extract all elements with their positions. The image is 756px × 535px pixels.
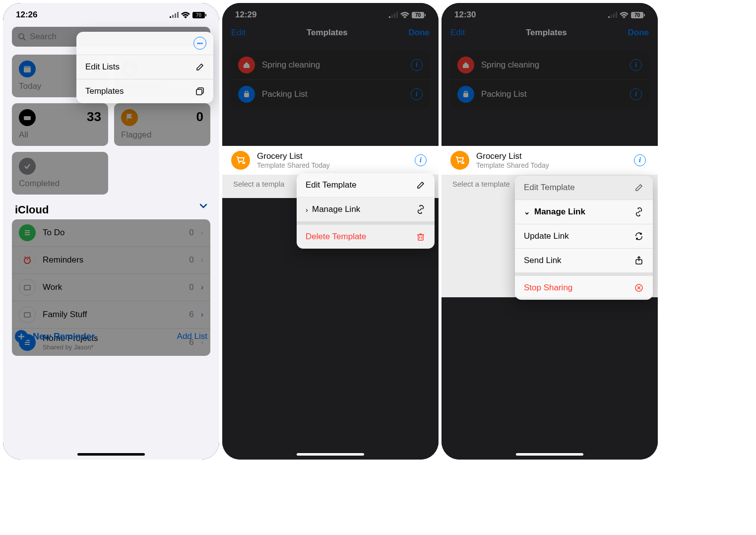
delete-template-menu-item[interactable]: Delete Template <box>297 222 435 249</box>
svg-rect-32 <box>394 13 395 18</box>
cellular-icon <box>170 12 179 18</box>
svg-line-18 <box>24 257 26 258</box>
bag-icon <box>457 86 474 103</box>
svg-rect-10 <box>24 66 31 68</box>
template-row[interactable]: Spring cleaning i <box>450 51 649 80</box>
svg-rect-2 <box>175 13 176 18</box>
phone-screenshot-1: 12:26 70 Search <box>3 3 219 460</box>
cart-cloud-icon <box>231 151 250 170</box>
add-list-button[interactable]: Add List <box>177 332 207 341</box>
svg-rect-29 <box>196 89 202 95</box>
status-time: 12:29 <box>235 10 256 20</box>
done-button[interactable]: Done <box>628 28 649 38</box>
pencil-icon <box>416 180 426 190</box>
edit-button[interactable]: Edit <box>231 28 246 38</box>
template-row[interactable]: Packing List i <box>231 80 430 109</box>
svg-rect-31 <box>391 15 393 18</box>
trash-icon <box>416 232 426 242</box>
manage-link-menu-item[interactable]: ⌄Manage Link <box>515 200 653 224</box>
completed-card[interactable]: Completed <box>12 152 108 195</box>
wifi-icon <box>620 12 629 18</box>
svg-rect-47 <box>611 15 612 18</box>
plus-circle-icon <box>15 330 28 343</box>
templates-menu-item[interactable]: Templates <box>76 79 213 103</box>
svg-rect-3 <box>177 12 179 18</box>
pencil-icon <box>195 63 204 71</box>
chevron-down-icon <box>199 203 207 216</box>
status-time: 12:30 <box>454 10 476 20</box>
battery-icon: 70 <box>192 12 206 18</box>
list-item[interactable]: Reminders 0 › <box>12 247 210 274</box>
svg-rect-33 <box>396 12 398 18</box>
stop-sharing-menu-item[interactable]: Stop Sharing <box>515 273 653 300</box>
list-item[interactable]: To Do 0 › <box>12 219 210 247</box>
svg-rect-37 <box>244 93 249 97</box>
chevron-right-icon: › <box>201 228 203 237</box>
info-icon[interactable]: i <box>411 88 423 100</box>
all-card[interactable]: 33 All <box>12 103 108 146</box>
home-indicator[interactable] <box>77 453 145 456</box>
home-indicator[interactable] <box>516 453 583 456</box>
cellular-icon <box>608 12 617 18</box>
nav-title: Templates <box>526 28 567 38</box>
template-context-menu: Edit Template ›Manage Link Delete Templa… <box>297 173 435 249</box>
svg-point-38 <box>239 162 240 164</box>
done-button[interactable]: Done <box>409 28 430 38</box>
template-row[interactable]: Spring cleaning i <box>231 51 430 80</box>
status-bar: 12:30 70 <box>441 3 658 23</box>
chevron-right-icon: › <box>201 283 203 292</box>
cellular-icon <box>389 12 398 18</box>
home-indicator[interactable] <box>297 453 364 456</box>
svg-rect-20 <box>24 285 30 290</box>
more-icon[interactable]: ••• <box>193 37 206 50</box>
list-icon <box>19 224 36 241</box>
edit-template-menu-item[interactable]: Edit Template <box>297 173 435 198</box>
manage-link-menu-item[interactable]: ›Manage Link <box>297 198 435 222</box>
info-icon[interactable]: i <box>415 154 427 166</box>
info-icon[interactable]: i <box>630 88 642 100</box>
send-link-menu-item[interactable]: Send Link <box>515 249 653 273</box>
svg-rect-5 <box>205 14 206 16</box>
status-time: 12:26 <box>16 10 37 20</box>
svg-line-8 <box>23 38 25 40</box>
edit-template-menu-item[interactable]: Edit Template <box>515 176 653 200</box>
info-icon[interactable]: i <box>411 59 423 71</box>
info-icon[interactable]: i <box>634 154 646 166</box>
flagged-card[interactable]: 0 Flagged <box>114 103 210 146</box>
phone-screenshot-2: 12:29 70 Edit Templates Done Spring clea… <box>222 3 439 460</box>
svg-rect-12 <box>24 116 31 120</box>
template-row-selected[interactable]: Grocery List Template Shared Today i <box>222 146 439 175</box>
svg-text:70: 70 <box>634 12 640 18</box>
status-bar: 12:29 70 <box>222 3 439 23</box>
template-row-selected[interactable]: Grocery List Template Shared Today i <box>441 146 658 175</box>
svg-rect-35 <box>425 14 426 16</box>
list-item[interactable]: Family Stuff 6 › <box>12 301 210 329</box>
search-icon <box>18 33 26 41</box>
refresh-icon <box>634 231 644 241</box>
info-icon[interactable]: i <box>630 59 642 71</box>
house-icon <box>457 57 474 73</box>
folder-icon <box>19 279 36 296</box>
new-reminder-button[interactable]: New Reminder <box>15 330 95 343</box>
chevron-right-icon: › <box>306 205 308 214</box>
svg-rect-49 <box>616 12 617 18</box>
update-link-menu-item[interactable]: Update Link <box>515 224 653 249</box>
nav-bar: Edit Templates Done <box>441 23 658 44</box>
template-row[interactable]: Packing List i <box>450 80 649 109</box>
calendar-icon <box>19 61 36 77</box>
link-icon <box>416 204 426 214</box>
edit-button[interactable]: Edit <box>450 28 465 38</box>
edit-lists-menu-item[interactable]: Edit Lists <box>76 55 213 79</box>
svg-point-54 <box>458 162 459 164</box>
section-header-icloud[interactable]: iCloud <box>3 199 219 219</box>
chevron-right-icon: › <box>201 256 203 265</box>
svg-rect-30 <box>389 16 390 18</box>
list-item[interactable]: Work 0 › <box>12 274 210 301</box>
battery-icon: 70 <box>412 12 426 18</box>
manage-link-context-menu: Edit Template ⌄Manage Link Update Link S… <box>515 176 653 300</box>
chevron-down-icon: ⌄ <box>524 207 530 216</box>
svg-rect-0 <box>170 16 171 18</box>
svg-rect-41 <box>418 235 423 240</box>
svg-line-19 <box>29 257 30 258</box>
wifi-icon <box>181 12 190 18</box>
